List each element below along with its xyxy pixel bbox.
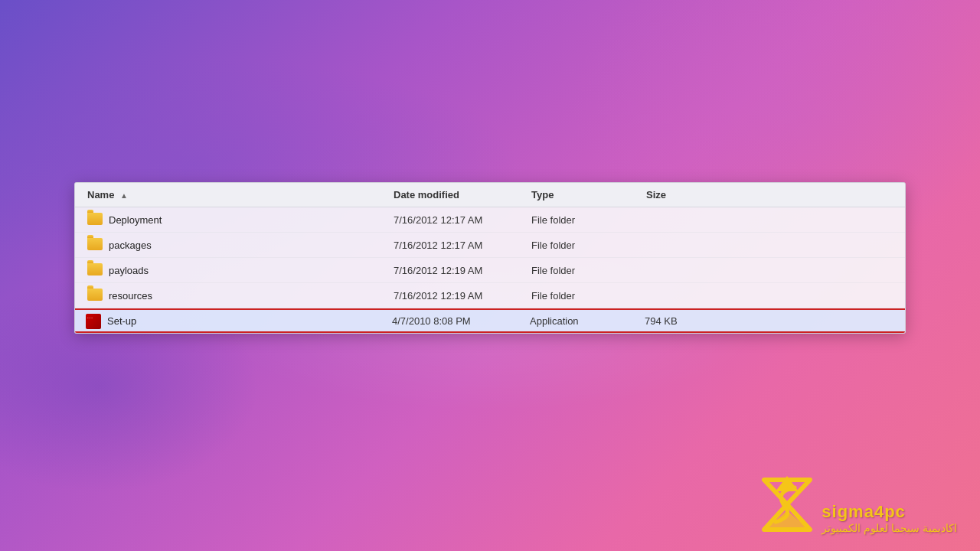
file-type: File folder: [531, 290, 646, 302]
file-name: payloads: [109, 265, 394, 276]
file-date: 7/16/2012 12:19 AM: [394, 265, 531, 276]
file-list: Deployment 7/16/2012 12:17 AM File folde…: [75, 207, 905, 333]
column-header-date[interactable]: Date modified: [394, 189, 531, 201]
column-header-name[interactable]: Name ▲: [87, 189, 394, 201]
table-row[interactable]: payloads 7/16/2012 12:19 AM File folder: [75, 258, 905, 283]
file-date: 7/16/2012 12:17 AM: [394, 240, 531, 251]
sigma-name-english: sigma4pc: [822, 502, 906, 522]
folder-icon: [87, 263, 103, 277]
file-type: Application: [530, 315, 645, 327]
application-icon: [86, 314, 101, 328]
folder-icon: [87, 238, 103, 252]
table-header: Name ▲ Date modified Type Size: [75, 183, 905, 207]
sigma-name-arabic: اكاديمية سيجما لعلوم الكمبيوتر: [822, 522, 957, 534]
sigma-logo-icon: [753, 472, 822, 537]
file-name: Deployment: [109, 214, 394, 226]
column-header-size[interactable]: Size: [646, 189, 723, 201]
sigma-text: sigma4pc اكاديمية سيجما لعلوم الكمبيوتر: [822, 502, 957, 537]
sigma-branding: sigma4pc اكاديمية سيجما لعلوم الكمبيوتر: [753, 472, 957, 537]
table-row[interactable]: resources 7/16/2012 12:19 AM File folder: [75, 283, 905, 308]
table-row[interactable]: Set-up 4/7/2010 8:08 PM Application 794 …: [74, 308, 906, 333]
file-date: 4/7/2010 8:08 PM: [392, 315, 530, 327]
table-row[interactable]: Deployment 7/16/2012 12:17 AM File folde…: [75, 207, 905, 233]
file-size: 794 KB: [645, 315, 721, 327]
column-header-type[interactable]: Type: [531, 189, 646, 201]
file-name: resources: [109, 290, 394, 302]
file-name: Set-up: [107, 315, 392, 327]
file-explorer-panel: Name ▲ Date modified Type Size Deploymen…: [74, 182, 906, 334]
folder-icon: [87, 289, 103, 302]
file-date: 7/16/2012 12:19 AM: [394, 290, 531, 302]
table-row[interactable]: packages 7/16/2012 12:17 AM File folder: [75, 233, 905, 258]
file-name: packages: [109, 240, 394, 251]
folder-icon: [87, 213, 103, 227]
sort-arrow-icon: ▲: [120, 191, 128, 200]
file-type: File folder: [531, 240, 646, 251]
file-date: 7/16/2012 12:17 AM: [394, 214, 531, 226]
file-type: File folder: [531, 214, 646, 226]
file-type: File folder: [531, 265, 646, 276]
